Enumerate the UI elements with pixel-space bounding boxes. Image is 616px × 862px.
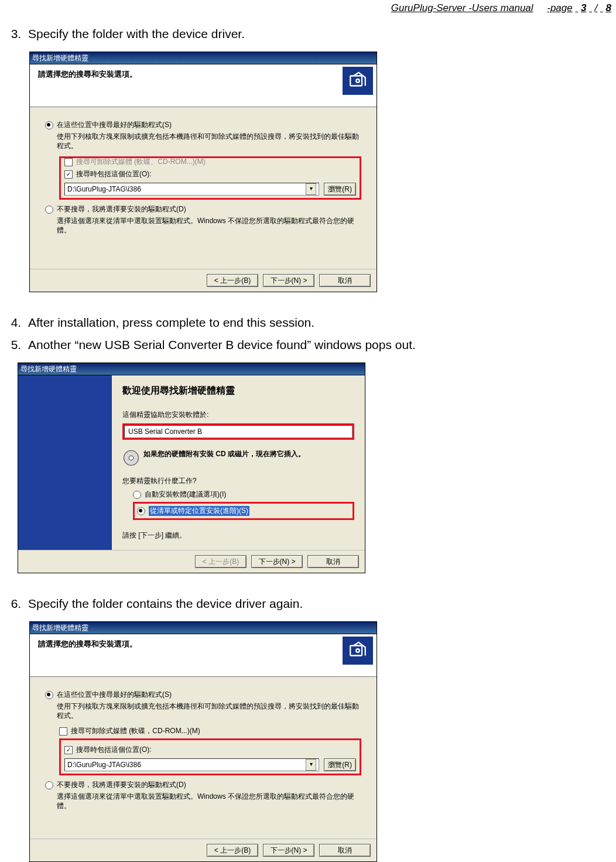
cancel-button[interactable]: 取消 [319, 274, 371, 287]
check-include-location[interactable]: 搜尋時包括這個位置(O): [64, 745, 356, 755]
path-value: D:\GuruPlug-JTAG\i386 [67, 185, 141, 193]
highlight-box-3: 搜尋時包括這個位置(O): D:\GuruPlug-JTAG\i386 ▾ 瀏覽… [59, 738, 361, 775]
check-removable-label: 搜尋可卸除式媒體 (軟碟，CD-ROM...)(M) [71, 726, 200, 736]
svg-point-3 [129, 456, 134, 460]
radio-search-desc: 使用下列核取方塊來限制或擴充包括本機路徑和可卸除式媒體的預設搜尋，將安裝找到的最… [57, 702, 361, 720]
checkbox-icon [59, 727, 67, 736]
dialog-3-buttons: < 上一步(B) 下一步(N) > 取消 [30, 839, 377, 861]
dialog-3-banner: 請選擇您的搜尋和安裝選項。 [30, 634, 377, 677]
dialog-3-body: 在這些位置中搜尋最好的驅動程式(S) 使用下列核取方塊來限制或擴充包括本機路徑和… [30, 677, 377, 839]
step-3: Specify the folder with the device drive… [25, 27, 615, 41]
check-removable[interactable]: 搜尋可卸除式媒體 (軟碟、CD-ROM...)(M) [64, 157, 356, 167]
dialog-2-title: 尋找新增硬體精靈 [20, 364, 77, 374]
dropdown-icon[interactable]: ▾ [306, 759, 316, 771]
dialog-2-body: 歡迎使用尋找新增硬體精靈 這個精靈協助您安裝軟體於: USB Serial Co… [18, 375, 365, 550]
dialog-1-wrap: 尋找新增硬體精靈 請選擇您的搜尋和安裝選項。 在這些位置中搜尋最好的驅動程式(S… [29, 52, 615, 292]
doc-title: GuruPlug-Server -Users manual [391, 2, 533, 13]
check-include-label: 搜尋時包括這個位置(O): [76, 169, 152, 179]
checkbox-icon [64, 170, 73, 179]
radio-dont-search-desc: 選擇這個選項來從清單中選取裝置驅動程式。Windows 不保證您所選取的驅動程式… [57, 792, 361, 810]
path-row: D:\GuruPlug-JTAG\i386 ▾ 瀏覽(R) [64, 758, 356, 771]
cancel-button[interactable]: 取消 [319, 844, 371, 857]
radio-search-label: 在這些位置中搜尋最好的驅動程式(S) [57, 690, 172, 700]
page-current: 3 [581, 2, 586, 13]
radio-icon [45, 206, 53, 214]
check-include-label: 搜尋時包括這個位置(O): [76, 745, 152, 755]
dialog-2-buttons: < 上一步(B) 下一步(N) > 取消 [18, 550, 365, 573]
check-removable[interactable]: 搜尋可卸除式媒體 (軟碟，CD-ROM...)(M) [59, 726, 361, 736]
cd-icon [122, 449, 140, 467]
radio-icon [137, 507, 145, 515]
checkbox-icon [64, 746, 73, 754]
steps-list-2: After installation, press complete to en… [25, 316, 615, 352]
dialog-1-title: 尋找新增硬體精靈 [32, 53, 88, 63]
svg-point-5 [356, 649, 360, 652]
device-name-field: USB Serial Converter B [124, 425, 353, 438]
next-button[interactable]: 下一步(N) > [263, 274, 314, 287]
radio-search-desc: 使用下列核取方塊來限制或擴充包括本機路徑和可卸除式媒體的預設搜尋，將安裝找到的最… [57, 132, 361, 150]
wizard-side-graphic [18, 375, 112, 550]
document-page: GuruPlug-Server -Users manual -page 3 / … [0, 0, 616, 862]
dialog-2-content: 歡迎使用尋找新增硬體精靈 這個精靈協助您安裝軟體於: USB Serial Co… [112, 375, 365, 550]
dialog-2-titlebar[interactable]: 尋找新增硬體精靈 [18, 363, 365, 375]
radio-search-label: 在這些位置中搜尋最好的驅動程式(S) [57, 120, 172, 130]
radio-icon [133, 491, 141, 499]
wizard-icon [343, 67, 373, 95]
cd-hint-text: 如果您的硬體附有安裝 CD 或磁片，現在將它插入。 [143, 449, 305, 459]
path-input[interactable]: D:\GuruPlug-JTAG\i386 ▾ [64, 758, 319, 771]
dialog-2: 尋找新增硬體精靈 歡迎使用尋找新增硬體精靈 這個精靈協助您安裝軟體於: USB … [18, 362, 365, 573]
radio-dont-search-label: 不要搜尋，我將選擇要安裝的驅動程式(D) [57, 780, 186, 790]
dialog-3-title: 尋找新增硬體精靈 [32, 623, 88, 633]
radio-icon [45, 121, 53, 129]
svg-point-1 [356, 79, 360, 83]
checkbox-icon [64, 158, 73, 166]
radio-advanced-install[interactable]: 從清單或特定位置安裝(進階)(S) [137, 506, 350, 516]
page-total: 8 [606, 2, 611, 13]
radio-search-locations[interactable]: 在這些位置中搜尋最好的驅動程式(S) [45, 690, 361, 700]
dialog-3-wrap: 尋找新增硬體精靈 請選擇您的搜尋和安裝選項。 在這些位置中搜尋最好的驅動程式(S… [29, 621, 615, 862]
browse-button[interactable]: 瀏覽(R) [324, 758, 356, 771]
step-6: Specify the folder contains the device d… [25, 597, 615, 611]
highlight-box-advanced: 從清單或特定位置安裝(進階)(S) [133, 502, 354, 520]
question-text: 您要精靈執行什麼工作? [122, 476, 354, 486]
radio-dont-search[interactable]: 不要搜尋，我將選擇要安裝的驅動程式(D) [45, 780, 361, 790]
path-input[interactable]: D:\GuruPlug-JTAG\i386 ▾ [64, 183, 319, 196]
help-line: 這個精靈協助您安裝軟體於: [122, 410, 354, 420]
highlight-box-device: USB Serial Converter B [122, 423, 354, 440]
dialog-3-titlebar[interactable]: 尋找新增硬體精靈 [30, 622, 377, 634]
dropdown-icon[interactable]: ▾ [306, 183, 316, 195]
step-5: Another “new USB Serial Converter B devi… [25, 338, 615, 352]
radio-auto-install[interactable]: 自動安裝軟體(建議選項)(I) [133, 490, 354, 500]
radio-dont-search-desc: 選擇這個選項來從清單中選取裝置驅動程式。Windows 不保證您所選取的驅動程式… [57, 217, 361, 235]
dialog-1: 尋找新增硬體精靈 請選擇您的搜尋和安裝選項。 在這些位置中搜尋最好的驅動程式(S… [29, 52, 377, 292]
dialog-1-titlebar[interactable]: 尋找新增硬體精靈 [30, 52, 377, 64]
check-removable-label: 搜尋可卸除式媒體 (軟碟、CD-ROM...)(M) [76, 157, 206, 167]
page-header: GuruPlug-Server -Users manual -page 3 / … [1, 2, 615, 14]
radio-icon [45, 691, 53, 699]
dialog-3-banner-text: 請選擇您的搜尋和安裝選項。 [38, 639, 368, 649]
next-button[interactable]: 下一步(N) > [263, 844, 314, 857]
page-sep: / [595, 2, 598, 13]
path-row: D:\GuruPlug-JTAG\i386 ▾ 瀏覽(R) [64, 183, 356, 196]
radio-dont-search[interactable]: 不要搜尋，我將選擇要安裝的驅動程式(D) [45, 204, 361, 214]
dialog-3: 尋找新增硬體精靈 請選擇您的搜尋和安裝選項。 在這些位置中搜尋最好的驅動程式(S… [29, 621, 377, 862]
browse-button[interactable]: 瀏覽(R) [324, 183, 356, 196]
cd-hint-row: 如果您的硬體附有安裝 CD 或磁片，現在將它插入。 [122, 449, 354, 467]
path-value: D:\GuruPlug-JTAG\i386 [67, 761, 141, 769]
welcome-title: 歡迎使用尋找新增硬體精靈 [122, 385, 354, 397]
back-button: < 上一步(B) [195, 555, 247, 568]
dialog-2-wrap: 尋找新增硬體精靈 歡迎使用尋找新增硬體精靈 這個精靈協助您安裝軟體於: USB … [18, 362, 615, 573]
back-button[interactable]: < 上一步(B) [207, 274, 258, 287]
page-label: -page [547, 2, 572, 13]
check-include-location[interactable]: 搜尋時包括這個位置(O): [64, 169, 356, 179]
radio-icon [45, 781, 53, 789]
highlight-box-1: 搜尋可卸除式媒體 (軟碟、CD-ROM...)(M) 搜尋時包括這個位置(O):… [59, 156, 361, 200]
press-next-text: 請按 [下一步] 繼續。 [122, 531, 354, 541]
radio-advanced-label: 從清單或特定位置安裝(進階)(S) [149, 506, 249, 516]
next-button[interactable]: 下一步(N) > [251, 555, 303, 568]
dialog-1-buttons: < 上一步(B) 下一步(N) > 取消 [30, 269, 377, 292]
back-button[interactable]: < 上一步(B) [207, 844, 258, 857]
cancel-button[interactable]: 取消 [307, 555, 359, 568]
steps-list-3: Specify the folder contains the device d… [25, 597, 615, 611]
radio-search-locations[interactable]: 在這些位置中搜尋最好的驅動程式(S) [45, 120, 361, 130]
